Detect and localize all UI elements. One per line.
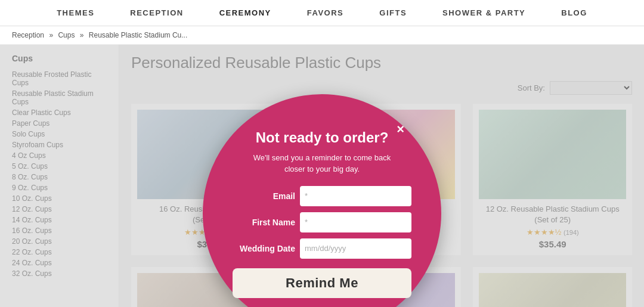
nav-blog[interactable]: BLOG	[561, 8, 587, 17]
modal-overlay: × Not ready to order? We'll send you a r…	[0, 45, 644, 307]
email-label: Email	[233, 191, 295, 201]
breadcrumb-current: Reusable Plastic Stadium Cu...	[89, 31, 187, 39]
breadcrumb-sep1: »	[49, 31, 53, 39]
top-nav: THEMES RECEPTION CEREMONY FAVORS GIFTS S…	[0, 0, 644, 26]
nav-themes[interactable]: THEMES	[57, 8, 94, 17]
close-button[interactable]: ×	[397, 123, 404, 136]
firstname-label: First Name	[233, 218, 295, 227]
nav-favors[interactable]: FAVORS	[307, 8, 344, 17]
remind-button[interactable]: Remind Me	[233, 268, 411, 298]
breadcrumb-reception[interactable]: Reception	[12, 31, 44, 39]
breadcrumb-sep2: »	[80, 31, 84, 39]
modal-circle: × Not ready to order? We'll send you a r…	[203, 94, 441, 307]
weddingdate-input[interactable]	[300, 238, 411, 259]
nav-shower-party[interactable]: SHOWER & PARTY	[442, 8, 525, 17]
weddingdate-label: Wedding Date	[233, 244, 295, 253]
nav-ceremony[interactable]: CEREMONY	[219, 8, 271, 17]
nav-gifts[interactable]: GIFTS	[379, 8, 407, 17]
modal-title: Not ready to order?	[256, 129, 389, 146]
weddingdate-row: Wedding Date	[233, 238, 411, 259]
modal-subtitle: We'll send you a reminder to come back c…	[250, 152, 394, 175]
nav-reception[interactable]: RECEPTION	[130, 8, 183, 17]
firstname-input[interactable]	[300, 212, 411, 232]
firstname-row: First Name	[233, 212, 411, 232]
email-input[interactable]	[300, 186, 411, 206]
breadcrumb: Reception » Cups » Reusable Plastic Stad…	[0, 26, 644, 45]
main-content: Cups Reusable Frosted Plastic Cups Reusa…	[0, 45, 644, 307]
breadcrumb-cups[interactable]: Cups	[58, 31, 75, 39]
email-row: Email	[233, 186, 411, 206]
